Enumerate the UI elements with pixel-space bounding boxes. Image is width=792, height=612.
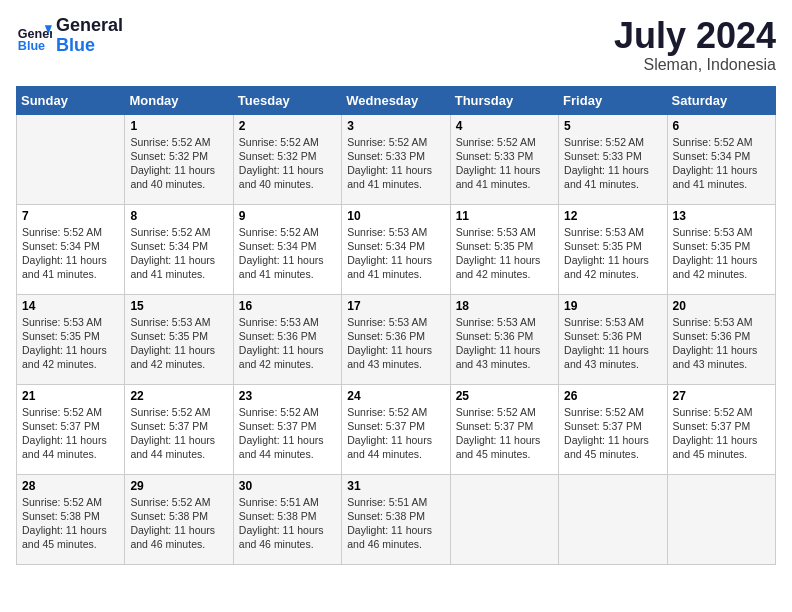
calendar-week-row: 21Sunrise: 5:52 AM Sunset: 5:37 PM Dayli… [17, 384, 776, 474]
calendar-week-row: 28Sunrise: 5:52 AM Sunset: 5:38 PM Dayli… [17, 474, 776, 564]
day-number: 5 [564, 119, 661, 133]
day-number: 24 [347, 389, 444, 403]
calendar-cell: 10Sunrise: 5:53 AM Sunset: 5:34 PM Dayli… [342, 204, 450, 294]
day-number: 22 [130, 389, 227, 403]
day-info: Sunrise: 5:52 AM Sunset: 5:38 PM Dayligh… [130, 495, 227, 552]
day-info: Sunrise: 5:53 AM Sunset: 5:36 PM Dayligh… [239, 315, 336, 372]
title-block: July 2024 Sleman, Indonesia [614, 16, 776, 74]
calendar-cell: 7Sunrise: 5:52 AM Sunset: 5:34 PM Daylig… [17, 204, 125, 294]
calendar-cell: 20Sunrise: 5:53 AM Sunset: 5:36 PM Dayli… [667, 294, 775, 384]
day-number: 14 [22, 299, 119, 313]
calendar-cell: 15Sunrise: 5:53 AM Sunset: 5:35 PM Dayli… [125, 294, 233, 384]
day-number: 13 [673, 209, 770, 223]
calendar-cell: 24Sunrise: 5:52 AM Sunset: 5:37 PM Dayli… [342, 384, 450, 474]
calendar-cell: 28Sunrise: 5:52 AM Sunset: 5:38 PM Dayli… [17, 474, 125, 564]
day-number: 30 [239, 479, 336, 493]
day-info: Sunrise: 5:52 AM Sunset: 5:34 PM Dayligh… [673, 135, 770, 192]
calendar-cell: 30Sunrise: 5:51 AM Sunset: 5:38 PM Dayli… [233, 474, 341, 564]
header-friday: Friday [559, 86, 667, 114]
day-number: 20 [673, 299, 770, 313]
day-info: Sunrise: 5:52 AM Sunset: 5:37 PM Dayligh… [673, 405, 770, 462]
day-info: Sunrise: 5:52 AM Sunset: 5:38 PM Dayligh… [22, 495, 119, 552]
calendar-cell: 3Sunrise: 5:52 AM Sunset: 5:33 PM Daylig… [342, 114, 450, 204]
day-info: Sunrise: 5:52 AM Sunset: 5:34 PM Dayligh… [22, 225, 119, 282]
calendar-cell [17, 114, 125, 204]
calendar-cell: 6Sunrise: 5:52 AM Sunset: 5:34 PM Daylig… [667, 114, 775, 204]
day-number: 15 [130, 299, 227, 313]
logo-general: General [56, 16, 123, 36]
day-number: 17 [347, 299, 444, 313]
calendar-cell: 17Sunrise: 5:53 AM Sunset: 5:36 PM Dayli… [342, 294, 450, 384]
day-info: Sunrise: 5:52 AM Sunset: 5:37 PM Dayligh… [456, 405, 553, 462]
header-tuesday: Tuesday [233, 86, 341, 114]
calendar-cell: 1Sunrise: 5:52 AM Sunset: 5:32 PM Daylig… [125, 114, 233, 204]
calendar-cell: 26Sunrise: 5:52 AM Sunset: 5:37 PM Dayli… [559, 384, 667, 474]
day-info: Sunrise: 5:52 AM Sunset: 5:32 PM Dayligh… [130, 135, 227, 192]
day-info: Sunrise: 5:53 AM Sunset: 5:35 PM Dayligh… [22, 315, 119, 372]
day-number: 8 [130, 209, 227, 223]
day-number: 28 [22, 479, 119, 493]
day-info: Sunrise: 5:52 AM Sunset: 5:33 PM Dayligh… [456, 135, 553, 192]
calendar-cell: 13Sunrise: 5:53 AM Sunset: 5:35 PM Dayli… [667, 204, 775, 294]
day-number: 1 [130, 119, 227, 133]
day-info: Sunrise: 5:53 AM Sunset: 5:36 PM Dayligh… [673, 315, 770, 372]
day-info: Sunrise: 5:52 AM Sunset: 5:34 PM Dayligh… [239, 225, 336, 282]
calendar-cell [559, 474, 667, 564]
day-info: Sunrise: 5:51 AM Sunset: 5:38 PM Dayligh… [239, 495, 336, 552]
day-number: 25 [456, 389, 553, 403]
calendar-cell: 2Sunrise: 5:52 AM Sunset: 5:32 PM Daylig… [233, 114, 341, 204]
day-number: 21 [22, 389, 119, 403]
day-number: 11 [456, 209, 553, 223]
day-number: 4 [456, 119, 553, 133]
calendar-cell: 5Sunrise: 5:52 AM Sunset: 5:33 PM Daylig… [559, 114, 667, 204]
calendar-cell: 8Sunrise: 5:52 AM Sunset: 5:34 PM Daylig… [125, 204, 233, 294]
calendar-cell: 9Sunrise: 5:52 AM Sunset: 5:34 PM Daylig… [233, 204, 341, 294]
day-info: Sunrise: 5:53 AM Sunset: 5:35 PM Dayligh… [564, 225, 661, 282]
day-info: Sunrise: 5:52 AM Sunset: 5:34 PM Dayligh… [130, 225, 227, 282]
calendar-week-row: 1Sunrise: 5:52 AM Sunset: 5:32 PM Daylig… [17, 114, 776, 204]
calendar-table: SundayMondayTuesdayWednesdayThursdayFrid… [16, 86, 776, 565]
day-info: Sunrise: 5:53 AM Sunset: 5:35 PM Dayligh… [673, 225, 770, 282]
day-info: Sunrise: 5:52 AM Sunset: 5:37 PM Dayligh… [239, 405, 336, 462]
calendar-cell: 27Sunrise: 5:52 AM Sunset: 5:37 PM Dayli… [667, 384, 775, 474]
calendar-cell: 19Sunrise: 5:53 AM Sunset: 5:36 PM Dayli… [559, 294, 667, 384]
day-number: 29 [130, 479, 227, 493]
day-number: 19 [564, 299, 661, 313]
day-info: Sunrise: 5:52 AM Sunset: 5:37 PM Dayligh… [22, 405, 119, 462]
calendar-week-row: 7Sunrise: 5:52 AM Sunset: 5:34 PM Daylig… [17, 204, 776, 294]
day-number: 3 [347, 119, 444, 133]
calendar-cell: 11Sunrise: 5:53 AM Sunset: 5:35 PM Dayli… [450, 204, 558, 294]
calendar-cell: 23Sunrise: 5:52 AM Sunset: 5:37 PM Dayli… [233, 384, 341, 474]
day-number: 2 [239, 119, 336, 133]
day-info: Sunrise: 5:52 AM Sunset: 5:33 PM Dayligh… [564, 135, 661, 192]
day-info: Sunrise: 5:52 AM Sunset: 5:37 PM Dayligh… [347, 405, 444, 462]
day-number: 12 [564, 209, 661, 223]
day-number: 31 [347, 479, 444, 493]
calendar-cell: 16Sunrise: 5:53 AM Sunset: 5:36 PM Dayli… [233, 294, 341, 384]
calendar-cell [667, 474, 775, 564]
calendar-cell: 12Sunrise: 5:53 AM Sunset: 5:35 PM Dayli… [559, 204, 667, 294]
day-info: Sunrise: 5:53 AM Sunset: 5:36 PM Dayligh… [456, 315, 553, 372]
day-info: Sunrise: 5:52 AM Sunset: 5:37 PM Dayligh… [130, 405, 227, 462]
day-info: Sunrise: 5:53 AM Sunset: 5:34 PM Dayligh… [347, 225, 444, 282]
day-number: 18 [456, 299, 553, 313]
logo-icon: General Blue [16, 18, 52, 54]
calendar-cell: 31Sunrise: 5:51 AM Sunset: 5:38 PM Dayli… [342, 474, 450, 564]
calendar-week-row: 14Sunrise: 5:53 AM Sunset: 5:35 PM Dayli… [17, 294, 776, 384]
day-number: 10 [347, 209, 444, 223]
page-header: General Blue General Blue July 2024 Slem… [16, 16, 776, 74]
day-info: Sunrise: 5:52 AM Sunset: 5:37 PM Dayligh… [564, 405, 661, 462]
calendar-cell: 4Sunrise: 5:52 AM Sunset: 5:33 PM Daylig… [450, 114, 558, 204]
day-info: Sunrise: 5:53 AM Sunset: 5:35 PM Dayligh… [130, 315, 227, 372]
day-number: 26 [564, 389, 661, 403]
calendar-cell [450, 474, 558, 564]
day-info: Sunrise: 5:51 AM Sunset: 5:38 PM Dayligh… [347, 495, 444, 552]
day-info: Sunrise: 5:53 AM Sunset: 5:36 PM Dayligh… [347, 315, 444, 372]
day-info: Sunrise: 5:52 AM Sunset: 5:33 PM Dayligh… [347, 135, 444, 192]
day-info: Sunrise: 5:53 AM Sunset: 5:35 PM Dayligh… [456, 225, 553, 282]
month-title: July 2024 [614, 16, 776, 56]
header-thursday: Thursday [450, 86, 558, 114]
calendar-cell: 18Sunrise: 5:53 AM Sunset: 5:36 PM Dayli… [450, 294, 558, 384]
day-info: Sunrise: 5:53 AM Sunset: 5:36 PM Dayligh… [564, 315, 661, 372]
calendar-cell: 21Sunrise: 5:52 AM Sunset: 5:37 PM Dayli… [17, 384, 125, 474]
